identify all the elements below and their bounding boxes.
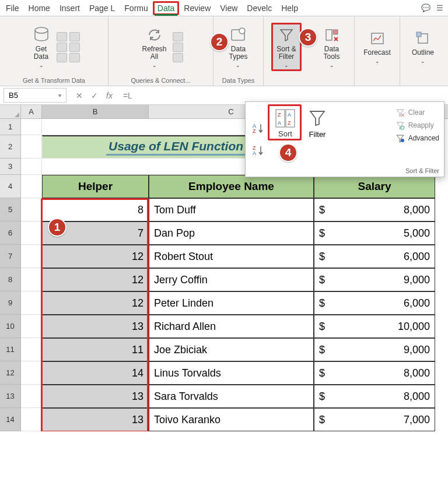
enter-formula-icon[interactable]: ✓ [91,91,98,100]
cell-salary[interactable]: $10,000 [314,315,435,338]
row-header[interactable]: 8 [0,268,21,291]
cell-salary[interactable]: $8,000 [314,361,435,385]
cell-helper[interactable]: 14 [42,361,149,385]
tab-help[interactable]: Help [276,1,303,15]
header-name[interactable]: Employee Name [149,175,314,198]
fx-icon[interactable]: fx [106,91,113,100]
queries-mini-icons[interactable] [173,32,183,62]
data-tools-icon [323,26,341,44]
cell-salary[interactable]: $6,000 [314,245,435,268]
cell-helper[interactable]: 13 [42,408,149,431]
cell[interactable] [21,385,42,408]
outline-button[interactable]: Outline⌄ [408,28,438,65]
cell-helper[interactable]: 13 [42,315,149,338]
cell-salary[interactable]: $9,000 [314,338,435,361]
row-header[interactable]: 5 [0,198,21,221]
cell-salary[interactable]: $6,000 [314,291,435,315]
row-header[interactable]: 10 [0,315,21,338]
sort-dialog-button[interactable]: ZAAZ Sort [269,105,302,173]
cell[interactable] [21,315,42,338]
sort-desc-button[interactable]: ZA [253,145,265,156]
cell-helper[interactable]: 11 [42,338,149,361]
tab-review[interactable]: Review [179,1,215,15]
row-header[interactable]: 12 [0,361,21,385]
advanced-button[interactable]: Advanced [396,133,439,143]
tab-insert[interactable]: Insert [55,1,85,15]
row-header[interactable]: 3 [0,159,21,175]
cell[interactable] [21,119,42,135]
cell-name[interactable]: Jerry Coffin [149,268,314,291]
row-header[interactable]: 14 [0,408,21,431]
cell-name[interactable]: Robert Stout [149,245,314,268]
cell-helper[interactable]: 12 [42,268,149,291]
reapply-button[interactable]: Reapply [396,121,439,130]
sort-filter-button[interactable]: Sort & Filter⌄ [271,23,301,72]
row-header[interactable]: 6 [0,221,21,245]
cell-salary[interactable]: $8,000 [314,198,435,221]
cell[interactable] [21,159,42,175]
tab-formulas[interactable]: Formu [120,1,152,15]
cell-helper[interactable]: 12 [42,245,149,268]
row-header[interactable]: 9 [0,291,21,315]
tab-view[interactable]: View [215,1,242,15]
cell-salary[interactable]: $7,000 [314,408,435,431]
tab-developer[interactable]: Develc [242,1,276,15]
col-header-A[interactable]: A [21,105,42,118]
cell-salary[interactable]: $5,000 [314,221,435,245]
filter-button[interactable]: Filter [302,105,333,173]
cell[interactable] [21,338,42,361]
cell-name[interactable]: Peter Linden [149,291,314,315]
cell-name[interactable]: Tom Duff [149,198,314,221]
data-types-button[interactable]: Data Types⌄ [225,24,251,70]
cell[interactable] [21,408,42,431]
row-header[interactable]: 7 [0,245,21,268]
select-all-corner[interactable] [0,105,21,118]
cell[interactable] [21,198,42,221]
header-salary[interactable]: Salary [314,175,435,198]
cell-name[interactable]: Richard Allen [149,315,314,338]
outline-icon [414,29,432,48]
cancel-formula-icon[interactable]: ✕ [76,91,83,100]
data-tools-button[interactable]: Data Tools⌄ [319,24,345,70]
get-data-mini-icons[interactable] [57,32,67,62]
tab-data[interactable]: Data [153,1,180,15]
col-header-B[interactable]: B [42,105,149,118]
get-data-mini-icons2[interactable] [69,32,80,62]
cell-name[interactable]: Sara Torvalds [149,385,314,408]
cell[interactable] [21,175,42,198]
share-icon[interactable]: ☰ [436,3,443,12]
forecast-button[interactable]: Forecast⌄ [360,28,394,65]
row-header[interactable]: 11 [0,338,21,361]
comments-icon[interactable]: 💬 [421,3,430,12]
row-header[interactable]: 4 [0,175,21,198]
tab-home[interactable]: Home [24,1,55,15]
tab-file[interactable]: File [1,1,24,15]
cell[interactable] [21,221,42,245]
cell[interactable] [21,135,42,159]
cell-helper[interactable]: 13 [42,385,149,408]
row-header[interactable]: 2 [0,135,21,159]
cell-name[interactable]: Linus Torvalds [149,361,314,385]
row-header[interactable]: 1 [0,119,21,135]
cell[interactable] [21,268,42,291]
cell-helper[interactable]: 12 [42,291,149,315]
forecast-icon [368,29,387,48]
row-header[interactable]: 13 [0,385,21,408]
tab-pagelayout[interactable]: Page L [85,1,120,15]
cell[interactable] [21,245,42,268]
svg-text:Z: Z [278,112,281,118]
cell-salary[interactable]: $8,000 [314,385,435,408]
header-helper[interactable]: Helper [42,175,149,198]
name-box[interactable]: B5▾ [4,88,66,103]
cell-name[interactable]: Dan Pop [149,221,314,245]
sort-asc-button[interactable]: AZ [253,122,265,134]
cell-name[interactable]: Toivo Karanko [149,408,314,431]
clear-filter-button[interactable]: Clear [396,108,439,117]
cell[interactable] [21,361,42,385]
get-data-button[interactable]: Get Data⌄ [29,24,54,70]
cell-salary[interactable]: $9,000 [314,268,435,291]
formula-bar[interactable]: =L [118,89,448,103]
cell-name[interactable]: Joe Zbiciak [149,338,314,361]
cell[interactable] [21,291,42,315]
refresh-all-button[interactable]: Refresh All⌄ [138,24,170,70]
